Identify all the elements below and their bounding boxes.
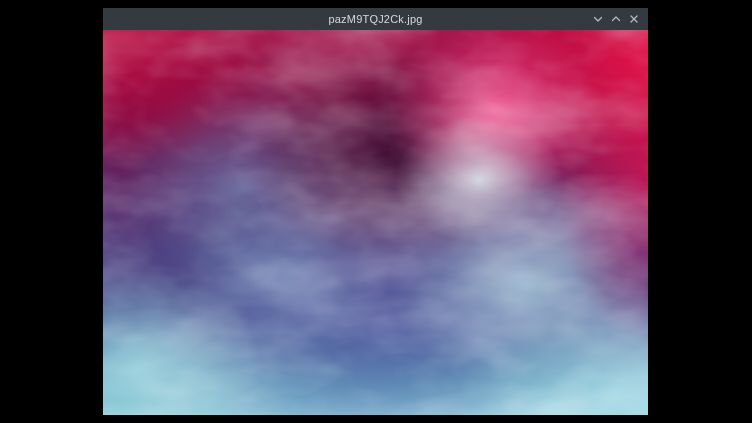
close-icon	[628, 13, 640, 25]
close-button[interactable]	[627, 11, 641, 27]
window-title: pazM9TQJ2Ck.jpg	[103, 8, 648, 30]
chevron-up-icon	[610, 13, 622, 25]
minimize-button[interactable]	[591, 11, 605, 27]
chevron-down-icon	[592, 13, 604, 25]
displayed-image	[103, 30, 648, 415]
image-viewer-window: pazM9TQJ2Ck.jpg	[103, 8, 648, 415]
smoke-texture-overlay	[103, 30, 648, 415]
desktop-background: pazM9TQJ2Ck.jpg	[0, 0, 752, 423]
window-controls	[591, 11, 648, 27]
window-titlebar[interactable]: pazM9TQJ2Ck.jpg	[103, 8, 648, 30]
maximize-button[interactable]	[609, 11, 623, 27]
